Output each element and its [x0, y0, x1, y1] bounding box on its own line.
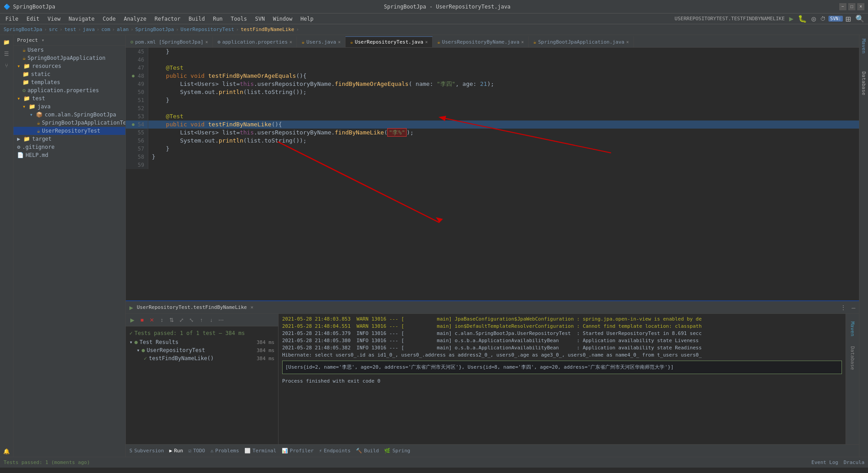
tree-item-target[interactable]: ▶ 📁 target	[13, 135, 125, 143]
sort-button[interactable]: ↕	[157, 316, 166, 325]
menu-analyze[interactable]: Analyze	[120, 15, 150, 23]
stop2-button[interactable]: ✕	[147, 316, 156, 325]
tab-users-close[interactable]: ×	[338, 40, 341, 45]
tab-appprops[interactable]: ⚙ application.properties ×	[213, 36, 297, 47]
menu-refactor[interactable]: Refactor	[151, 15, 184, 23]
project-dropdown-icon[interactable]: ▾	[41, 37, 44, 43]
run-button[interactable]: ▶	[788, 14, 796, 23]
menu-file[interactable]: File	[2, 15, 22, 23]
breadcrumb-project[interactable]: SpringBootJpa	[4, 27, 42, 32]
tab-userrepotest-close[interactable]: ×	[425, 40, 428, 45]
event-log-link[interactable]: Event Log	[811, 460, 838, 465]
menu-view[interactable]: View	[44, 15, 64, 23]
btab-endpoints[interactable]: ⚡ Endpoints	[319, 448, 350, 454]
btab-problems[interactable]: ⚠ Problems	[210, 448, 239, 454]
grid-button[interactable]: ⊞	[844, 13, 853, 24]
menu-navigate[interactable]: Navigate	[65, 15, 98, 23]
tree-item-help[interactable]: 📄 HELP.md	[13, 151, 125, 159]
status-left: Tests passed: 1 (moments ago)	[4, 460, 90, 465]
notifications-icon[interactable]: 🔔	[1, 446, 12, 457]
run-more-icon[interactable]: ⋮	[840, 304, 846, 311]
profiler-button[interactable]: ⏱	[819, 16, 828, 22]
tree-item-springbootjpaapplication[interactable]: ☕ SpringBootJpaApplication	[13, 54, 125, 62]
menu-svn[interactable]: SVN	[252, 15, 269, 23]
stop-button[interactable]: ■	[137, 316, 146, 325]
breadcrumb-test[interactable]: test	[64, 27, 76, 32]
btab-todo[interactable]: ☑ TODO	[188, 448, 205, 454]
rerun-button[interactable]: ▶	[128, 316, 137, 325]
btab-build[interactable]: 🔨 Build	[356, 448, 379, 454]
menu-tools[interactable]: Tools	[227, 15, 251, 23]
breadcrumb-class[interactable]: UserRepositoryTest	[181, 27, 234, 32]
btab-subversion[interactable]: S Subversion	[129, 448, 164, 454]
coverage-button[interactable]: ◎	[810, 14, 818, 23]
project-icon[interactable]: 📁	[1, 37, 12, 48]
run-minimize-icon[interactable]: —	[852, 304, 855, 311]
more-button[interactable]: ⋯	[217, 316, 226, 325]
maven-icon[interactable]: Maven	[848, 316, 857, 343]
tab-pom[interactable]: ⚙ pom.xml [SpringBootJpa] ×	[126, 36, 213, 47]
window-controls[interactable]: − □ ×	[839, 3, 864, 10]
breadcrumb-com[interactable]: com	[101, 27, 110, 32]
tab-appprops-close[interactable]: ×	[289, 40, 292, 45]
close-button[interactable]: ×	[857, 3, 864, 10]
tree-item-static[interactable]: 📁 static	[13, 70, 125, 78]
tab-usersrepobyname-close[interactable]: ×	[521, 40, 524, 45]
test-results-root[interactable]: ▾ ● Test Results 384 ms	[128, 338, 276, 346]
up-button[interactable]: ↑	[197, 316, 206, 325]
tree-item-templates[interactable]: 📁 templates	[13, 78, 125, 86]
btab-profiler[interactable]: 📊 Profiler	[282, 448, 314, 454]
menu-run[interactable]: Run	[209, 15, 226, 23]
expand-button[interactable]: ⤢	[177, 316, 186, 325]
userrepotest-node[interactable]: ▾ ● UserRepositoryTest 384 ms	[128, 346, 276, 354]
run-close-icon[interactable]: ×	[250, 304, 253, 310]
maven-sidebar-label[interactable]: Maven	[861, 39, 867, 54]
database-icon[interactable]: Database	[848, 344, 857, 371]
breadcrumb-alan[interactable]: alan	[117, 27, 129, 32]
tree-item-java[interactable]: ▾ 📁 java	[13, 103, 125, 111]
tree-item-users[interactable]: ☕ Users	[13, 46, 125, 54]
breadcrumb-java[interactable]: java	[83, 27, 95, 32]
breadcrumb-src[interactable]: src	[49, 27, 58, 32]
database-sidebar-label[interactable]: Database	[861, 71, 867, 95]
content-52	[148, 104, 859, 112]
right-panel: Maven Database	[846, 314, 859, 444]
tree-item-appprops[interactable]: ⚙ application.properties	[13, 86, 125, 94]
maximize-button[interactable]: □	[848, 3, 855, 10]
structure-icon[interactable]: ☰	[1, 49, 12, 59]
debug-button[interactable]: 🐛	[796, 14, 809, 23]
menu-help[interactable]: Help	[297, 15, 317, 23]
breadcrumb-method[interactable]: testFindByNameLike	[241, 27, 294, 32]
testfindbynamelike-node[interactable]: ✓ testFindByNameLike() 384 ms	[128, 354, 276, 362]
tree-item-resources[interactable]: ▾ 📁 resources	[13, 62, 125, 70]
btab-run[interactable]: ▶ Run	[169, 448, 183, 454]
search-button[interactable]: 🔍	[854, 14, 866, 23]
run-tab-label[interactable]: UserRepositoryTest.testFindByNameLike	[137, 304, 247, 310]
collapse-button[interactable]: ⤡	[187, 316, 196, 325]
menu-code[interactable]: Code	[99, 15, 120, 23]
down-button[interactable]: ↓	[207, 316, 216, 325]
sort2-button[interactable]: ⇅	[167, 316, 176, 325]
tree-item-userrepotest[interactable]: ☕ UserRepositoryTest	[13, 127, 125, 135]
tab-springbootjpaapp[interactable]: ☕ SpringBootJpaApplication.java ×	[529, 36, 634, 47]
tab-usersrepobyname[interactable]: ☕ UsersRepositoryByName.java ×	[433, 36, 529, 47]
minimize-button[interactable]: −	[839, 3, 846, 10]
tab-springbootjpaapp-close[interactable]: ×	[626, 40, 629, 45]
tree-item-apptests[interactable]: ☕ SpringBootJpaApplicationTests	[13, 119, 125, 127]
menu-window[interactable]: Window	[269, 15, 296, 23]
breadcrumb-springbootjpa[interactable]: SpringBootJpa	[135, 27, 174, 32]
menu-edit[interactable]: Edit	[23, 15, 43, 23]
git-icon[interactable]: ⑂	[1, 60, 12, 71]
btab-terminal[interactable]: ⬜ Terminal	[244, 448, 276, 454]
tree-item-gitignore[interactable]: ⚙ .gitignore	[13, 143, 125, 151]
menu-build[interactable]: Build	[185, 15, 208, 23]
content-48: public void testFindByNameOrAgeEquals(){	[148, 72, 859, 80]
tab-users[interactable]: ☕ Users.java ×	[297, 36, 345, 47]
code-editor[interactable]: 45 } 46 47 @Test	[126, 48, 859, 300]
tree-item-package[interactable]: ▾ 📦 com.alan.SpringBootJpa	[13, 111, 125, 119]
theme-label[interactable]: Dracula	[844, 460, 864, 465]
tab-userrepotest[interactable]: ☕ UserRepositoryTest.java ×	[345, 36, 433, 47]
tree-item-test[interactable]: ▾ 📁 test	[13, 94, 125, 103]
btab-spring[interactable]: 🌿 Spring	[384, 448, 410, 454]
tab-pom-close[interactable]: ×	[205, 40, 208, 45]
